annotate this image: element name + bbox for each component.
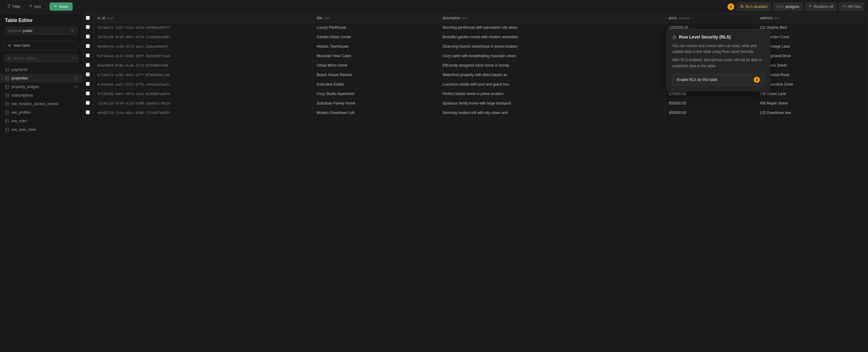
sidebar-item-label: ww_roles xyxy=(11,119,77,123)
cell-id: e8c027c8-73fa-40ac-b380-f11a3676d42f xyxy=(93,108,313,118)
sidebar-item-label: ww_profiles xyxy=(11,110,77,115)
cell-address: 456 Maple Street xyxy=(756,99,868,108)
sort-button[interactable]: Sort xyxy=(25,2,44,11)
sidebar-item-label: properties xyxy=(11,76,72,80)
signal-icon xyxy=(808,4,812,9)
cell-description: Stunning penthouse with panoramic city v… xyxy=(439,23,665,32)
cell-address: 202 Coastal Road xyxy=(756,70,868,80)
realtime-button[interactable]: Realtime off xyxy=(805,2,837,11)
table-icon xyxy=(5,76,9,80)
column-header-description: description text xyxy=(439,13,665,23)
row-checkbox-cell xyxy=(83,70,93,80)
col-name: id xyxy=(102,16,105,20)
insert-button[interactable]: Insert xyxy=(50,2,73,11)
role-badge: Role postgres xyxy=(773,3,803,11)
cell-id: 8c4ada63-aad7-433f-bf7b-c891a2e3aa3c xyxy=(93,80,313,89)
code-icon xyxy=(842,4,846,9)
rls-popup-title-text: Row Level Security (RLS) xyxy=(679,34,731,39)
rls-body-text-1: You can restrict and control who can rea… xyxy=(672,43,765,55)
toolbar-divider xyxy=(47,4,47,10)
api-label: API Doc xyxy=(847,5,861,9)
sidebar-item-payments[interactable]: payments xyxy=(0,65,82,74)
schema-value: public xyxy=(23,29,32,33)
row-checkbox-cell xyxy=(83,23,93,32)
row-checkbox[interactable] xyxy=(86,54,90,57)
filter-button[interactable]: Filter xyxy=(4,2,24,11)
api-doc-button[interactable]: API Doc xyxy=(839,2,864,11)
sidebar-item-property_images[interactable]: property_images xyxy=(0,83,82,91)
search-bar[interactable] xyxy=(4,54,79,62)
top-bar-left: Filter Sort Insert xyxy=(4,2,73,11)
row-checkbox[interactable] xyxy=(86,72,90,77)
sidebar-item-subscriptions[interactable]: subscriptions xyxy=(0,91,82,99)
table-icon xyxy=(5,85,9,89)
cell-title: Luxury Penthouse xyxy=(313,23,439,32)
cell-address: 707 Micro Street xyxy=(756,61,868,70)
insert-label: Insert xyxy=(59,5,68,9)
sidebar-item-ww_function_access_control[interactable]: ww_function_access_control xyxy=(0,99,82,108)
chevron-icon xyxy=(71,29,74,32)
sidebar-item-properties[interactable]: properties xyxy=(0,74,82,83)
cell-address: 606 Executive Circle xyxy=(756,80,868,89)
row-checkbox[interactable] xyxy=(86,110,90,114)
sidebar-item-ww_roles[interactable]: ww_roles xyxy=(0,117,82,125)
cell-address: 505 Garden Court xyxy=(756,32,868,42)
svg-rect-10 xyxy=(5,111,9,114)
row-checkbox[interactable] xyxy=(86,63,90,67)
sidebar-item-label: subscriptions xyxy=(11,93,77,97)
cell-title: Urban Micro Home xyxy=(313,61,439,70)
row-checkbox-cell xyxy=(83,99,93,108)
svg-rect-14 xyxy=(673,37,676,39)
cell-address: 303 Highland Drive xyxy=(756,51,868,61)
cell-description: Luxurious estate with pool and guest hou xyxy=(439,80,665,89)
row-checkbox[interactable] xyxy=(86,101,90,105)
svg-rect-0 xyxy=(741,6,743,8)
rls-disabled-button[interactable]: RLS disabled xyxy=(737,2,771,11)
enable-rls-button[interactable]: Enable RLS for this table 2 xyxy=(672,74,765,86)
table-icon xyxy=(5,102,9,106)
sidebar-item-label: property_images xyxy=(11,85,72,89)
plus-icon xyxy=(8,44,11,47)
cell-id: 65be8959-014a-4ca6-9713-023300229d9 xyxy=(93,61,313,70)
table-icon xyxy=(5,110,9,115)
schema-selector[interactable]: schema public xyxy=(5,27,77,35)
cell-id: c324dc36-9f30-4c18-b700-1ab9bdc70b39 xyxy=(93,99,313,108)
row-checkbox[interactable] xyxy=(86,44,90,48)
sidebar-item-ww_user_roles[interactable]: ww_user_roles xyxy=(0,125,82,134)
rls-popup: Row Level Security (RLS) You can restric… xyxy=(666,29,770,91)
row-checkbox[interactable] xyxy=(86,25,90,29)
lock-popup-icon xyxy=(672,35,677,39)
cell-description: Stunning modern loft with city views and xyxy=(439,108,665,118)
select-all-checkbox[interactable] xyxy=(86,16,90,20)
lock-indicator xyxy=(74,85,77,89)
col-name: price xyxy=(669,16,677,20)
table-icon xyxy=(5,119,9,123)
sidebar-item-ww_profiles[interactable]: ww_profiles xyxy=(0,108,82,117)
sort-label: Sort xyxy=(34,5,41,9)
rls-popup-title: Row Level Security (RLS) xyxy=(672,34,765,39)
column-header-address: address text xyxy=(756,13,868,23)
row-checkbox[interactable] xyxy=(86,34,90,38)
sort-icon xyxy=(29,4,33,9)
sidebar-list: payments properties property_images xyxy=(0,65,82,352)
enable-rls-label: Enable RLS for this table xyxy=(677,78,717,82)
svg-rect-5 xyxy=(75,78,77,80)
page-title: Table Editor xyxy=(5,18,77,23)
top-bar-right: 1 RLS disabled Role postgres Realtime of… xyxy=(727,2,864,11)
new-table-button[interactable]: New table xyxy=(4,41,79,50)
svg-rect-8 xyxy=(5,94,9,97)
cell-address: 123 Downtown Ave xyxy=(756,108,868,118)
row-checkbox-cell xyxy=(83,108,93,118)
row-checkbox[interactable] xyxy=(86,91,90,95)
sidebar: Table Editor schema public New table xyxy=(0,13,83,352)
sidebar-header: Table Editor schema public xyxy=(0,13,82,38)
table-icon xyxy=(5,127,9,132)
row-checkbox[interactable] xyxy=(86,82,90,86)
search-input[interactable] xyxy=(12,56,70,60)
cell-title: Executive Estate xyxy=(313,80,439,89)
col-name: description xyxy=(442,16,460,20)
sidebar-item-label: payments xyxy=(11,67,77,72)
svg-point-1 xyxy=(810,6,811,7)
cell-id: 9f195165-4de7-407d-a3a1-010b88fde8f0 xyxy=(93,89,313,99)
svg-rect-9 xyxy=(5,102,9,106)
